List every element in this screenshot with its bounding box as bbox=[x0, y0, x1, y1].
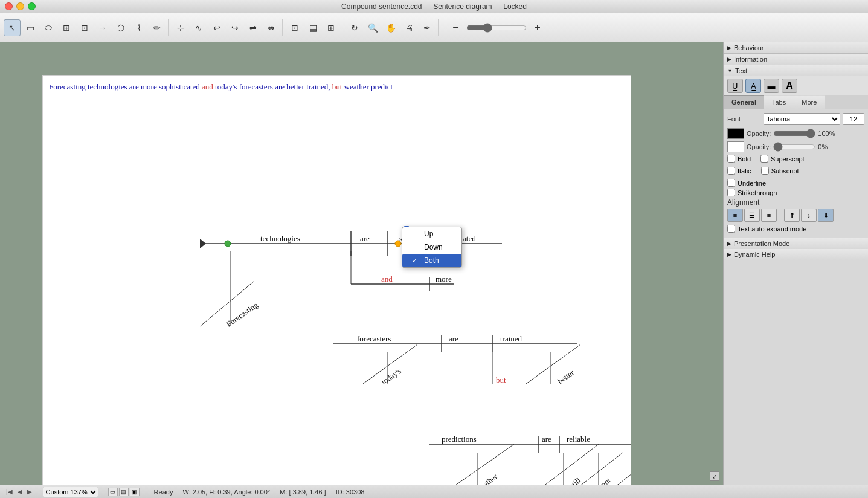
undo-button[interactable]: ↩ bbox=[208, 19, 225, 36]
subscript-checkbox[interactable] bbox=[761, 167, 769, 175]
nav-prev-btn[interactable]: ◀ bbox=[16, 488, 24, 495]
opacity-label-1: Opacity: bbox=[747, 130, 771, 137]
ellipse-tool[interactable]: ⬭ bbox=[40, 19, 57, 36]
pen-tool[interactable]: ✒ bbox=[419, 19, 436, 36]
zoom-page-tool[interactable]: ▤ bbox=[304, 19, 321, 36]
arrow-tool[interactable]: → bbox=[94, 19, 111, 36]
zoom-fit-tool[interactable]: ⊡ bbox=[286, 19, 303, 36]
print-button[interactable]: 🖨 bbox=[400, 19, 417, 36]
information-header[interactable]: ▶ Information bbox=[724, 54, 868, 65]
text-highlight-tool[interactable]: A̲ bbox=[745, 79, 761, 93]
font-family-select[interactable]: Tahoma Arial Helvetica Times New Roman bbox=[764, 113, 840, 125]
page-multi-btn[interactable]: ▤ bbox=[119, 488, 129, 496]
presentation-mode-header[interactable]: ▶ Presentation Mode bbox=[724, 238, 868, 249]
text-color-swatch[interactable] bbox=[727, 128, 744, 139]
underline-checkbox[interactable] bbox=[727, 179, 735, 187]
dropdown-item-up[interactable]: Up bbox=[402, 227, 461, 241]
close-button[interactable] bbox=[5, 2, 13, 10]
font-size-input[interactable] bbox=[843, 113, 864, 125]
bold-checkbox[interactable] bbox=[727, 155, 735, 163]
align-bottom-btn[interactable]: ⬇ bbox=[818, 209, 834, 222]
expand-button[interactable]: ⤢ bbox=[710, 471, 719, 481]
dropdown-menu: Up Down ✓ Both bbox=[402, 227, 462, 268]
disconnect-tool[interactable]: ⇎ bbox=[263, 19, 280, 36]
page-view-buttons: ▭ ▤ ▣ bbox=[108, 488, 140, 496]
svg-line-32 bbox=[543, 444, 599, 485]
curve-tool[interactable]: ∿ bbox=[190, 19, 207, 36]
word-are3: are bbox=[542, 435, 551, 444]
tab-general[interactable]: General bbox=[724, 95, 764, 109]
style-checkboxes: Bold Superscript bbox=[727, 155, 864, 164]
svg-line-22 bbox=[526, 344, 580, 384]
word-forecasting: Forecasting bbox=[225, 300, 260, 328]
nav-first-btn[interactable]: |◀ bbox=[5, 488, 14, 495]
align-center-btn[interactable]: ☰ bbox=[744, 209, 760, 222]
freehand-tool[interactable]: ✏ bbox=[149, 19, 166, 36]
text-underline-tool[interactable]: U̲ bbox=[727, 79, 743, 93]
rect-tool[interactable]: ▭ bbox=[22, 19, 39, 36]
connect-tool[interactable]: ⇌ bbox=[245, 19, 262, 36]
superscript-checkbox[interactable] bbox=[760, 155, 768, 163]
status-dimensions: W: 2.05, H: 0.39, Angle: 0.00° bbox=[182, 488, 270, 496]
refresh-button[interactable]: ↻ bbox=[346, 19, 363, 36]
zoom-out-button[interactable]: − bbox=[447, 19, 464, 36]
lasso-tool[interactable]: ⊹ bbox=[172, 19, 189, 36]
text-auto-expand-checkbox[interactable] bbox=[727, 225, 735, 233]
strikethrough-checkbox[interactable] bbox=[727, 189, 735, 196]
container-tool[interactable]: ⊡ bbox=[76, 19, 93, 36]
maximize-button[interactable] bbox=[28, 2, 36, 10]
superscript-row: Superscript bbox=[760, 155, 805, 163]
word-not: not bbox=[599, 476, 612, 485]
cursor-tool[interactable]: ↖ bbox=[4, 19, 21, 36]
zoom-in-btn[interactable]: 🔍 bbox=[364, 19, 381, 36]
tab-more[interactable]: More bbox=[794, 95, 825, 109]
dropdown-item-down[interactable]: Down bbox=[402, 241, 461, 254]
bold-row: Bold bbox=[727, 155, 751, 163]
alignment-section: Alignment ≡ ☰ ≡ ⬆ ↕ ⬇ bbox=[727, 198, 864, 222]
color-row-1: Opacity: 100% bbox=[727, 128, 864, 139]
multiline-tool[interactable]: ⌇ bbox=[130, 19, 147, 36]
tab-tabs[interactable]: Tabs bbox=[764, 95, 794, 109]
text-opacity-slider[interactable] bbox=[773, 130, 815, 137]
presentation-mode-label: Presentation Mode bbox=[734, 240, 789, 247]
word-are2: are bbox=[449, 334, 458, 343]
zoom-select-tool[interactable]: ⊞ bbox=[323, 19, 339, 36]
italic-row: Italic bbox=[727, 167, 751, 175]
dropdown-item-both[interactable]: ✓ Both bbox=[402, 254, 461, 267]
font-row: Font Tahoma Arial Helvetica Times New Ro… bbox=[727, 113, 864, 125]
text-background-tool[interactable]: ▬ bbox=[764, 79, 779, 93]
word-still: still bbox=[567, 476, 582, 485]
align-top-btn[interactable]: ⬆ bbox=[784, 209, 800, 222]
page-spread-btn[interactable]: ▣ bbox=[130, 488, 140, 496]
align-right-btn[interactable]: ≡ bbox=[761, 209, 777, 222]
behaviour-triangle: ▶ bbox=[727, 45, 731, 51]
text-style-tool[interactable]: A bbox=[782, 79, 797, 93]
canvas[interactable]: Forecasting technologies are more sophis… bbox=[42, 75, 631, 485]
dropdown-label-down: Down bbox=[424, 243, 443, 251]
redo-button[interactable]: ↪ bbox=[227, 19, 243, 36]
minimize-button[interactable] bbox=[16, 2, 24, 10]
pan-tool[interactable]: ✋ bbox=[382, 19, 399, 36]
zoom-select[interactable]: Custom 137% 50% 75% 100% 150% 200% bbox=[43, 487, 98, 497]
italic-label: Italic bbox=[738, 167, 751, 175]
canvas-area[interactable]: Forecasting technologies are more sophis… bbox=[0, 42, 723, 485]
status-mouse: M: [ 3.89, 1.46 ] bbox=[280, 488, 326, 496]
dynamic-help-header[interactable]: ▶ Dynamic Help bbox=[724, 249, 868, 260]
italic-checkbox[interactable] bbox=[727, 167, 735, 175]
page-single-btn[interactable]: ▭ bbox=[108, 488, 118, 496]
behaviour-header[interactable]: ▶ Behaviour bbox=[724, 42, 868, 53]
word-reliable: reliable bbox=[567, 435, 590, 444]
zoom-slider[interactable] bbox=[466, 24, 527, 32]
bg-color-swatch[interactable] bbox=[727, 141, 744, 152]
word-trained: trained bbox=[500, 334, 522, 343]
text-header[interactable]: ▼ Text bbox=[724, 65, 868, 76]
strikethrough-label: Strikethrough bbox=[738, 189, 777, 196]
bg-opacity-slider[interactable] bbox=[773, 143, 815, 150]
zoom-in-button[interactable]: + bbox=[529, 19, 546, 36]
nav-next-btn[interactable]: ▶ bbox=[26, 488, 33, 495]
polygon-tool[interactable]: ⬡ bbox=[112, 19, 129, 36]
presentation-triangle: ▶ bbox=[727, 241, 731, 247]
align-left-btn[interactable]: ≡ bbox=[727, 209, 743, 222]
align-middle-btn[interactable]: ↕ bbox=[801, 209, 817, 222]
table-tool[interactable]: ⊞ bbox=[58, 19, 75, 36]
